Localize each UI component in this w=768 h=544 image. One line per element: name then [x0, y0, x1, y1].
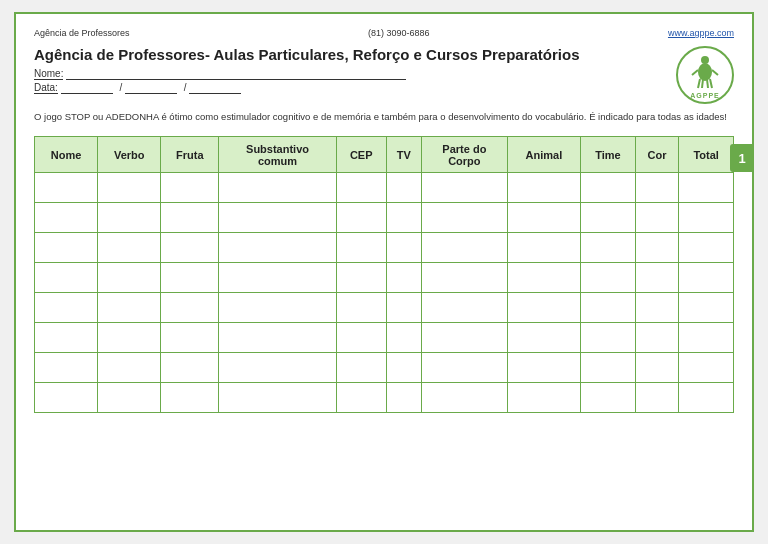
table-cell[interactable] [679, 383, 734, 413]
table-cell[interactable] [422, 203, 508, 233]
table-cell[interactable] [386, 263, 421, 293]
table-cell[interactable] [35, 203, 98, 233]
table-cell[interactable] [98, 233, 161, 263]
table-cell[interactable] [386, 323, 421, 353]
table-cell[interactable] [161, 233, 219, 263]
table-cell[interactable] [581, 173, 636, 203]
table-cell[interactable] [507, 353, 580, 383]
table-cell[interactable] [98, 353, 161, 383]
table-row[interactable] [35, 233, 734, 263]
table-cell[interactable] [507, 383, 580, 413]
table-cell[interactable] [161, 353, 219, 383]
table-cell[interactable] [507, 203, 580, 233]
name-field[interactable] [66, 68, 406, 80]
table-row[interactable] [35, 293, 734, 323]
table-cell[interactable] [35, 323, 98, 353]
table-cell[interactable] [581, 353, 636, 383]
table-cell[interactable] [507, 323, 580, 353]
table-row[interactable] [35, 353, 734, 383]
table-cell[interactable] [635, 203, 679, 233]
table-cell[interactable] [386, 353, 421, 383]
table-cell[interactable] [219, 293, 337, 323]
table-cell[interactable] [635, 173, 679, 203]
date-day[interactable] [61, 82, 113, 94]
table-row[interactable] [35, 323, 734, 353]
table-cell[interactable] [161, 293, 219, 323]
table-cell[interactable] [219, 383, 337, 413]
table-cell[interactable] [98, 263, 161, 293]
table-cell[interactable] [161, 383, 219, 413]
table-cell[interactable] [679, 323, 734, 353]
table-cell[interactable] [581, 383, 636, 413]
table-cell[interactable] [35, 173, 98, 203]
table-cell[interactable] [336, 263, 386, 293]
table-cell[interactable] [336, 353, 386, 383]
table-cell[interactable] [98, 323, 161, 353]
table-cell[interactable] [422, 293, 508, 323]
table-cell[interactable] [679, 173, 734, 203]
table-cell[interactable] [98, 383, 161, 413]
table-cell[interactable] [635, 323, 679, 353]
table-cell[interactable] [679, 353, 734, 383]
date-year[interactable] [189, 82, 241, 94]
table-cell[interactable] [336, 233, 386, 263]
table-row[interactable] [35, 383, 734, 413]
table-row[interactable] [35, 263, 734, 293]
table-cell[interactable] [422, 173, 508, 203]
table-cell[interactable] [161, 203, 219, 233]
table-cell[interactable] [386, 383, 421, 413]
table-cell[interactable] [161, 173, 219, 203]
table-cell[interactable] [679, 203, 734, 233]
table-cell[interactable] [98, 173, 161, 203]
table-cell[interactable] [386, 293, 421, 323]
date-month[interactable] [125, 82, 177, 94]
table-cell[interactable] [422, 323, 508, 353]
table-cell[interactable] [581, 233, 636, 263]
table-cell[interactable] [336, 323, 386, 353]
table-cell[interactable] [35, 383, 98, 413]
table-cell[interactable] [507, 293, 580, 323]
table-cell[interactable] [581, 203, 636, 233]
table-cell[interactable] [422, 263, 508, 293]
table-cell[interactable] [386, 233, 421, 263]
table-cell[interactable] [219, 203, 337, 233]
table-cell[interactable] [219, 233, 337, 263]
website-link[interactable]: www.agppe.com [668, 28, 734, 38]
table-cell[interactable] [161, 323, 219, 353]
table-cell[interactable] [98, 293, 161, 323]
table-cell[interactable] [635, 353, 679, 383]
table-cell[interactable] [679, 233, 734, 263]
table-cell[interactable] [219, 263, 337, 293]
table-cell[interactable] [507, 233, 580, 263]
table-cell[interactable] [219, 353, 337, 383]
table-cell[interactable] [635, 263, 679, 293]
table-cell[interactable] [581, 263, 636, 293]
table-cell[interactable] [679, 293, 734, 323]
table-cell[interactable] [336, 203, 386, 233]
table-row[interactable] [35, 173, 734, 203]
table-cell[interactable] [679, 263, 734, 293]
table-cell[interactable] [219, 323, 337, 353]
table-cell[interactable] [635, 293, 679, 323]
table-cell[interactable] [35, 263, 98, 293]
table-cell[interactable] [581, 293, 636, 323]
table-cell[interactable] [422, 353, 508, 383]
table-cell[interactable] [386, 203, 421, 233]
table-cell[interactable] [336, 173, 386, 203]
table-cell[interactable] [35, 353, 98, 383]
table-cell[interactable] [422, 233, 508, 263]
table-cell[interactable] [507, 263, 580, 293]
table-cell[interactable] [35, 233, 98, 263]
table-cell[interactable] [635, 233, 679, 263]
table-cell[interactable] [336, 293, 386, 323]
table-cell[interactable] [422, 383, 508, 413]
table-cell[interactable] [336, 383, 386, 413]
table-cell[interactable] [161, 263, 219, 293]
table-cell[interactable] [386, 173, 421, 203]
table-cell[interactable] [98, 203, 161, 233]
table-row[interactable] [35, 203, 734, 233]
table-cell[interactable] [635, 383, 679, 413]
table-cell[interactable] [581, 323, 636, 353]
table-cell[interactable] [507, 173, 580, 203]
table-cell[interactable] [35, 293, 98, 323]
